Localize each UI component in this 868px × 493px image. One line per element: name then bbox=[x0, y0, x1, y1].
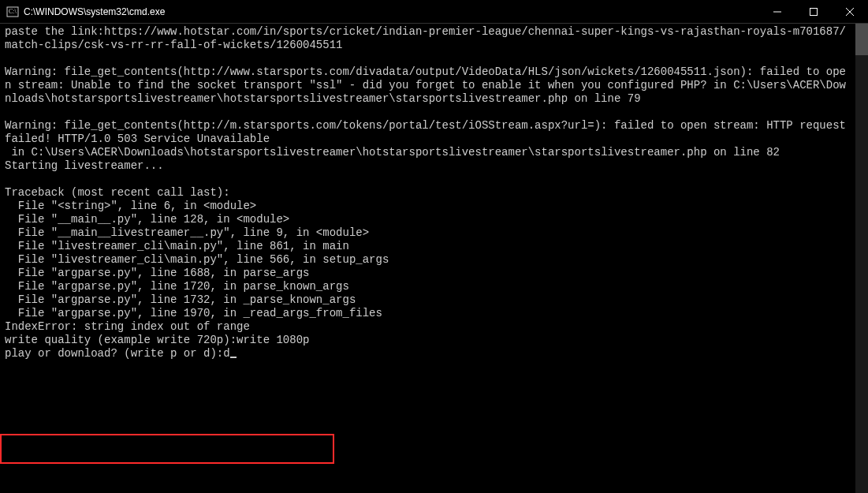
terminal-area: paste the link:https://www.hotstar.com/i… bbox=[0, 24, 868, 493]
svg-text:C:\: C:\ bbox=[9, 8, 17, 15]
terminal-output[interactable]: paste the link:https://www.hotstar.com/i… bbox=[0, 24, 855, 493]
text-cursor bbox=[230, 357, 237, 358]
window-titlebar[interactable]: C:\ C:\WINDOWS\system32\cmd.exe bbox=[0, 0, 868, 24]
minimize-button[interactable] bbox=[759, 0, 795, 24]
scrollbar-track[interactable] bbox=[855, 24, 868, 493]
maximize-button[interactable] bbox=[795, 0, 832, 24]
svg-rect-3 bbox=[810, 9, 818, 16]
terminal-prompt-line[interactable]: play or download? (write p or d):d bbox=[5, 347, 230, 360]
window-controls bbox=[759, 0, 868, 23]
window-title: C:\WINDOWS\system32\cmd.exe bbox=[24, 6, 759, 17]
scrollbar-thumb[interactable] bbox=[855, 24, 868, 55]
cmd-icon: C:\ bbox=[6, 6, 19, 18]
close-button[interactable] bbox=[832, 0, 868, 24]
